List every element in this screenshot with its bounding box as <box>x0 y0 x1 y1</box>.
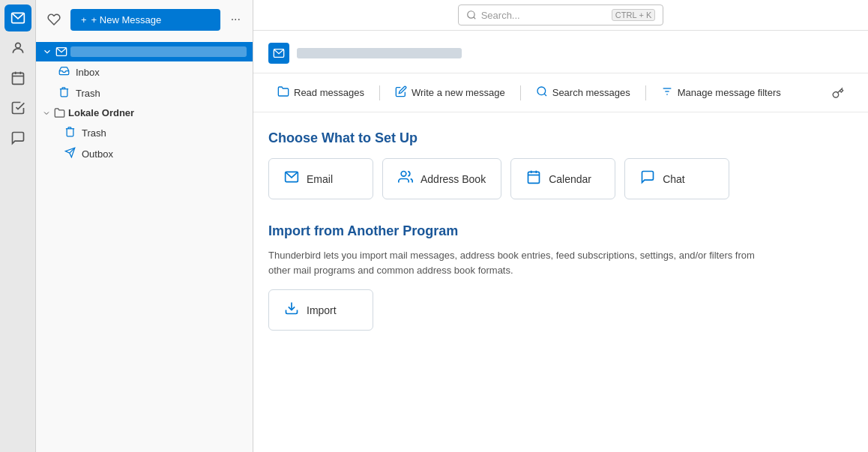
import-icon <box>284 301 299 319</box>
search-icon <box>466 10 477 20</box>
ctrl-label: CTRL <box>615 10 637 19</box>
action-toolbar: Read messages Write a new message Search… <box>253 73 868 112</box>
svg-line-8 <box>473 17 475 19</box>
lokale-folder-icon <box>54 107 65 118</box>
outbox-icon <box>64 147 76 160</box>
sidebar: + + New Message ··· Inbox <box>36 0 253 452</box>
lokale-trash-label: Trash <box>82 127 106 139</box>
search-shortcut: CTRL + K <box>612 9 656 21</box>
account-row[interactable] <box>36 42 253 61</box>
trash-icon <box>58 86 70 100</box>
search-bar[interactable]: Search... CTRL + K <box>458 4 664 25</box>
toolbar-divider-1 <box>379 85 380 100</box>
svg-rect-17 <box>528 172 540 183</box>
search-messages-icon <box>536 85 548 100</box>
plus-icon: + <box>81 14 87 25</box>
search-messages-btn[interactable]: Search messages <box>527 81 639 104</box>
sidebar-item-lokale-trash[interactable]: Trash <box>36 122 253 143</box>
search-messages-label: Search messages <box>552 87 630 98</box>
calendar-icon-btn[interactable] <box>4 64 31 91</box>
svg-rect-2 <box>12 73 23 84</box>
main-content: Search... CTRL + K Read message <box>253 0 868 452</box>
setup-cards: Email Address Book <box>268 158 853 199</box>
sidebar-toolbar: + + New Message ··· <box>36 0 253 39</box>
lokale-chevron-down-icon <box>42 109 51 118</box>
read-messages-btn[interactable]: Read messages <box>268 81 373 104</box>
svg-point-10 <box>537 87 546 95</box>
account-header <box>253 31 868 73</box>
setup-section: Choose What to Set Up Email <box>253 112 868 217</box>
chevron-down-icon <box>42 46 52 57</box>
account-name-blurred <box>297 48 462 58</box>
toolbar-divider-3 <box>645 85 646 100</box>
k-label: K <box>646 10 651 19</box>
key-icon <box>832 87 844 99</box>
account-name-label <box>70 46 247 57</box>
outbox-label: Outbox <box>82 148 113 160</box>
import-btn-label: Import <box>307 304 337 316</box>
import-button[interactable]: Import <box>268 289 373 331</box>
setup-title: Choose What to Set Up <box>268 130 853 146</box>
top-bar: Search... CTRL + K <box>253 0 868 31</box>
plus-label: + <box>639 10 644 19</box>
lokale-ordner-label: Lokale Ordner <box>68 107 134 118</box>
manage-filters-btn[interactable]: Manage message filters <box>652 81 790 104</box>
trash-label: Trash <box>76 88 100 99</box>
write-new-message-btn[interactable]: Write a new message <box>386 81 514 104</box>
email-card-label: Email <box>307 173 333 185</box>
chat-card-icon <box>640 169 655 188</box>
lokale-trash-icon <box>64 126 76 139</box>
new-message-button[interactable]: + + New Message <box>70 9 220 31</box>
inbox-label: Inbox <box>76 67 100 78</box>
setup-card-address-book[interactable]: Address Book <box>382 158 501 199</box>
contacts-icon-btn[interactable] <box>4 34 31 61</box>
sidebar-tree: Inbox Trash Lokale Ordner <box>36 39 253 452</box>
svg-point-1 <box>15 43 20 48</box>
address-book-card-icon <box>398 169 413 188</box>
import-title: Import from Another Program <box>268 223 853 239</box>
calendar-card-icon <box>526 169 541 188</box>
write-new-message-label: Write a new message <box>412 87 505 98</box>
icon-bar <box>0 0 36 452</box>
chat-card-label: Chat <box>663 173 685 185</box>
chat-icon-btn[interactable] <box>4 124 31 151</box>
account-icon <box>268 43 289 64</box>
read-messages-label: Read messages <box>294 87 364 98</box>
manage-filters-label: Manage message filters <box>678 87 781 98</box>
write-icon <box>395 85 407 100</box>
toolbar-divider-2 <box>520 85 521 100</box>
address-book-card-label: Address Book <box>421 173 486 185</box>
calendar-card-label: Calendar <box>549 173 591 185</box>
new-message-label: + New Message <box>91 14 162 25</box>
account-folder-icon <box>55 46 67 58</box>
settings-btn[interactable] <box>823 82 853 103</box>
setup-card-email[interactable]: Email <box>268 158 373 199</box>
setup-card-calendar[interactable]: Calendar <box>510 158 615 199</box>
svg-point-16 <box>401 172 406 177</box>
more-options-button[interactable]: ··· <box>225 8 247 31</box>
svg-point-7 <box>467 11 474 18</box>
inbox-icon <box>58 65 70 79</box>
manage-filters-icon <box>661 85 673 100</box>
import-description: Thunderbird lets you import mail message… <box>268 248 778 277</box>
lokale-ordner-header[interactable]: Lokale Ordner <box>36 103 253 122</box>
email-card-icon <box>284 169 299 188</box>
search-placeholder: Search... <box>481 10 607 21</box>
setup-card-chat[interactable]: Chat <box>624 158 729 199</box>
import-section: Import from Another Program Thunderbird … <box>253 217 868 349</box>
ghost-action-btn[interactable] <box>42 7 66 31</box>
sidebar-item-outbox[interactable]: Outbox <box>36 143 253 164</box>
read-messages-icon <box>277 85 289 100</box>
svg-line-11 <box>544 94 546 96</box>
sidebar-item-inbox[interactable]: Inbox <box>36 61 253 82</box>
sidebar-item-trash[interactable]: Trash <box>36 82 253 103</box>
tasks-icon-btn[interactable] <box>4 94 31 121</box>
mail-icon-btn[interactable] <box>4 4 31 31</box>
